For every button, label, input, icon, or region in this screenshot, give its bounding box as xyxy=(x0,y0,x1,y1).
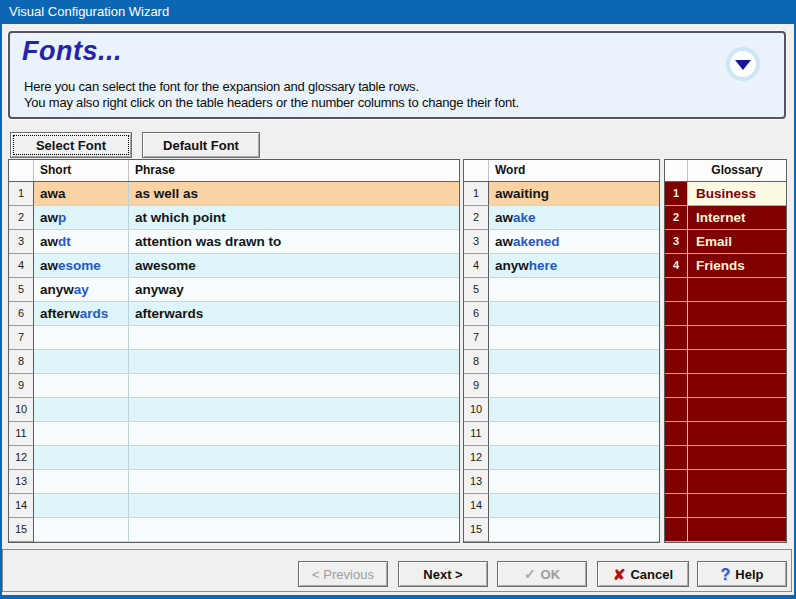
row-number-cell[interactable]: 14 xyxy=(9,494,34,518)
row-number-cell[interactable]: 9 xyxy=(9,374,34,398)
glossary-cell[interactable] xyxy=(688,494,786,518)
row-number-cell[interactable]: 15 xyxy=(9,518,34,542)
phrase-cell[interactable]: afterwards xyxy=(129,302,459,326)
default-font-button[interactable]: Default Font xyxy=(142,132,260,158)
glossary-cell[interactable]: Business xyxy=(688,182,786,206)
row-number-cell[interactable]: 2 xyxy=(9,206,34,230)
phrase-column-header[interactable]: Phrase xyxy=(129,160,459,181)
row-number-cell[interactable] xyxy=(665,302,688,326)
row-number-cell[interactable]: 8 xyxy=(9,350,34,374)
short-cell[interactable] xyxy=(34,446,129,470)
row-number-cell[interactable]: 4 xyxy=(665,254,688,278)
cancel-button[interactable]: ✘ Cancel xyxy=(597,561,689,587)
word-cell[interactable] xyxy=(489,326,659,350)
word-cell[interactable] xyxy=(489,422,659,446)
row-number-cell[interactable]: 11 xyxy=(9,422,34,446)
word-cell[interactable] xyxy=(489,278,659,302)
row-number-cell[interactable]: 6 xyxy=(464,302,489,326)
short-cell[interactable]: afterwards xyxy=(34,302,129,326)
phrase-cell[interactable] xyxy=(129,494,459,518)
help-button[interactable]: ? Help xyxy=(697,561,787,587)
corner-header-cell[interactable] xyxy=(9,160,34,181)
row-number-cell[interactable]: 4 xyxy=(9,254,34,278)
row-number-cell[interactable]: 3 xyxy=(9,230,34,254)
row-number-cell[interactable]: 8 xyxy=(464,350,489,374)
row-number-cell[interactable] xyxy=(665,398,688,422)
row-number-cell[interactable]: 1 xyxy=(464,182,489,206)
word-column-header[interactable]: Word xyxy=(489,160,659,181)
glossary-cell[interactable] xyxy=(688,278,786,302)
corner-header-cell[interactable] xyxy=(665,160,688,181)
phrase-cell[interactable] xyxy=(129,326,459,350)
short-cell[interactable]: anyway xyxy=(34,278,129,302)
phrase-cell[interactable]: as well as xyxy=(129,182,459,206)
short-cell[interactable]: awa xyxy=(34,182,129,206)
short-column-header[interactable]: Short xyxy=(34,160,129,181)
glossary-cell[interactable] xyxy=(688,422,786,446)
row-number-cell[interactable] xyxy=(665,422,688,446)
phrase-cell[interactable]: attention was drawn to xyxy=(129,230,459,254)
row-number-cell[interactable]: 3 xyxy=(665,230,688,254)
row-number-cell[interactable]: 12 xyxy=(464,446,489,470)
short-cell[interactable] xyxy=(34,470,129,494)
row-number-cell[interactable] xyxy=(665,374,688,398)
glossary-cell[interactable]: Email xyxy=(688,230,786,254)
glossary-cell[interactable] xyxy=(688,326,786,350)
word-cell[interactable] xyxy=(489,302,659,326)
phrase-cell[interactable]: anyway xyxy=(129,278,459,302)
phrase-cell[interactable] xyxy=(129,350,459,374)
word-cell[interactable] xyxy=(489,518,659,542)
row-number-cell[interactable]: 14 xyxy=(464,494,489,518)
phrase-cell[interactable] xyxy=(129,446,459,470)
word-cell[interactable]: awaiting xyxy=(489,182,659,206)
row-number-cell[interactable]: 1 xyxy=(665,182,688,206)
row-number-cell[interactable]: 10 xyxy=(464,398,489,422)
row-number-cell[interactable] xyxy=(665,446,688,470)
row-number-cell[interactable]: 10 xyxy=(9,398,34,422)
word-cell[interactable] xyxy=(489,374,659,398)
row-number-cell[interactable]: 5 xyxy=(464,278,489,302)
glossary-cell[interactable]: Internet xyxy=(688,206,786,230)
glossary-cell[interactable] xyxy=(688,302,786,326)
glossary-cell[interactable] xyxy=(688,398,786,422)
short-cell[interactable]: awesome xyxy=(34,254,129,278)
word-cell[interactable]: awake xyxy=(489,206,659,230)
row-number-cell[interactable]: 9 xyxy=(464,374,489,398)
glossary-cell[interactable] xyxy=(688,350,786,374)
row-number-cell[interactable]: 2 xyxy=(665,206,688,230)
row-number-cell[interactable]: 5 xyxy=(9,278,34,302)
next-button[interactable]: Next > xyxy=(398,561,488,587)
row-number-cell[interactable] xyxy=(665,278,688,302)
row-number-cell[interactable] xyxy=(665,518,688,542)
short-cell[interactable] xyxy=(34,374,129,398)
word-cell[interactable] xyxy=(489,470,659,494)
glossary-cell[interactable] xyxy=(688,446,786,470)
phrase-cell[interactable]: awesome xyxy=(129,254,459,278)
ok-button[interactable]: ✓ OK xyxy=(497,561,587,587)
phrase-cell[interactable]: at which point xyxy=(129,206,459,230)
corner-header-cell[interactable] xyxy=(464,160,489,181)
short-cell[interactable] xyxy=(34,326,129,350)
row-number-cell[interactable]: 15 xyxy=(464,518,489,542)
word-cell[interactable]: anywhere xyxy=(489,254,659,278)
row-number-cell[interactable]: 12 xyxy=(9,446,34,470)
short-cell[interactable] xyxy=(34,494,129,518)
row-number-cell[interactable]: 2 xyxy=(464,206,489,230)
word-cell[interactable]: awakened xyxy=(489,230,659,254)
row-number-cell[interactable]: 7 xyxy=(9,326,34,350)
collapse-panel-button[interactable] xyxy=(726,47,760,81)
row-number-cell[interactable]: 7 xyxy=(464,326,489,350)
phrase-cell[interactable] xyxy=(129,398,459,422)
select-font-button[interactable]: Select Font xyxy=(10,132,132,158)
row-number-cell[interactable]: 13 xyxy=(464,470,489,494)
phrase-cell[interactable] xyxy=(129,470,459,494)
row-number-cell[interactable] xyxy=(665,494,688,518)
phrase-cell[interactable] xyxy=(129,518,459,542)
row-number-cell[interactable] xyxy=(665,326,688,350)
glossary-cell[interactable] xyxy=(688,470,786,494)
row-number-cell[interactable]: 1 xyxy=(9,182,34,206)
row-number-cell[interactable]: 4 xyxy=(464,254,489,278)
word-cell[interactable] xyxy=(489,494,659,518)
phrase-cell[interactable] xyxy=(129,374,459,398)
row-number-cell[interactable]: 6 xyxy=(9,302,34,326)
